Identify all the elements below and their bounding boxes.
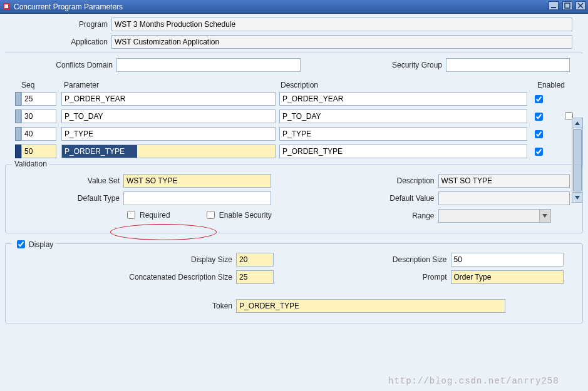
conflicts-domain-label: Conflicts Domain	[5, 61, 116, 69]
validation-legend: Validation	[14, 160, 47, 168]
close-button[interactable]	[575, 1, 585, 10]
display-legend: Display	[29, 240, 53, 249]
token-field[interactable]	[236, 299, 505, 313]
enabled-checkbox[interactable]	[535, 130, 543, 138]
concat-desc-size-label: Concatenated Description Size	[11, 273, 236, 282]
scroll-up-button[interactable]	[572, 118, 582, 128]
row-handle[interactable]	[15, 109, 21, 123]
watermark-text: http://blog.csdn.net/anrry258	[388, 376, 559, 386]
value-set-field[interactable]	[123, 174, 271, 188]
enabled-checkbox[interactable]	[535, 95, 543, 103]
validation-desc-field[interactable]	[438, 174, 570, 188]
default-value-label: Default Value	[294, 194, 438, 203]
value-set-label: Value Set	[11, 176, 123, 185]
concat-desc-size-field[interactable]	[236, 270, 274, 284]
parameter-row	[15, 127, 583, 141]
application-field[interactable]	[111, 35, 572, 49]
default-type-label: Default Type	[11, 194, 123, 203]
default-type-field[interactable]	[123, 191, 271, 205]
application-label: Application	[5, 38, 111, 46]
enable-security-checkbox[interactable]	[207, 211, 215, 219]
parameter-row	[15, 145, 583, 158]
enable-security-label: Enable Security	[219, 211, 272, 220]
app-icon	[3, 3, 11, 11]
parameter-field[interactable]	[61, 109, 276, 123]
validation-frame: Validation Value Set Default Type Req	[5, 165, 583, 233]
window-title: Concurrent Program Parameters	[14, 3, 123, 11]
security-group-label: Security Group	[301, 61, 446, 69]
seq-field[interactable]	[21, 109, 56, 123]
display-frame: Display Display Size Concatenated Descri…	[5, 243, 583, 323]
enable-security-checkbox-wrap[interactable]: Enable Security	[204, 209, 272, 221]
required-checkbox-wrap[interactable]: Required	[125, 209, 170, 221]
prompt-label: Prompt	[294, 273, 451, 282]
seq-field[interactable]	[21, 127, 56, 141]
seq-field[interactable]	[21, 92, 56, 106]
parameter-row	[15, 109, 583, 123]
row-handle[interactable]	[15, 92, 21, 106]
minimize-button[interactable]	[549, 1, 559, 10]
svg-rect-1	[4, 4, 8, 8]
display-size-field[interactable]	[236, 253, 274, 267]
divider	[5, 53, 583, 53]
chevron-down-icon	[539, 210, 550, 222]
description-header: Description	[281, 81, 530, 89]
prompt-field[interactable]	[451, 270, 564, 284]
program-field[interactable]	[111, 18, 572, 31]
parameter-desc-field[interactable]	[279, 109, 527, 123]
seq-header: Seq	[21, 81, 58, 89]
desc-size-field[interactable]	[451, 253, 564, 267]
required-label: Required	[140, 211, 170, 220]
parameter-field[interactable]	[61, 92, 276, 106]
range-combo[interactable]	[438, 209, 551, 223]
security-group-field[interactable]	[446, 58, 570, 72]
validation-desc-label: Description	[294, 176, 438, 185]
display-size-label: Display Size	[11, 255, 236, 264]
conflicts-domain-field[interactable]	[116, 58, 301, 72]
program-label: Program	[5, 20, 111, 29]
parameter-desc-field[interactable]	[279, 127, 527, 141]
display-toggle-checkbox[interactable]	[17, 240, 25, 248]
window-controls	[547, 1, 585, 12]
parameter-header: Parameter	[64, 81, 277, 89]
row-handle[interactable]	[15, 127, 21, 141]
parameter-desc-field[interactable]	[279, 145, 527, 158]
titlebar: Concurrent Program Parameters	[0, 0, 588, 14]
row-handle[interactable]	[15, 145, 21, 158]
range-label: Range	[294, 211, 438, 220]
default-value-field[interactable]	[438, 191, 570, 205]
seq-field[interactable]	[21, 145, 56, 158]
svg-marker-8	[542, 214, 547, 218]
svg-marker-6	[575, 121, 580, 125]
parameter-desc-field[interactable]	[279, 92, 527, 106]
enabled-checkbox[interactable]	[535, 113, 543, 121]
restore-button[interactable]	[562, 1, 572, 10]
enabled-header: Enabled	[537, 81, 565, 89]
parameter-row	[15, 92, 583, 106]
enabled-checkbox[interactable]	[535, 148, 543, 156]
required-checkbox[interactable]	[127, 211, 135, 219]
svg-rect-3	[565, 3, 570, 8]
parameter-field[interactable]	[61, 145, 276, 158]
parameter-field[interactable]	[61, 127, 276, 141]
desc-size-label: Description Size	[294, 255, 451, 264]
token-label: Token	[11, 302, 236, 310]
